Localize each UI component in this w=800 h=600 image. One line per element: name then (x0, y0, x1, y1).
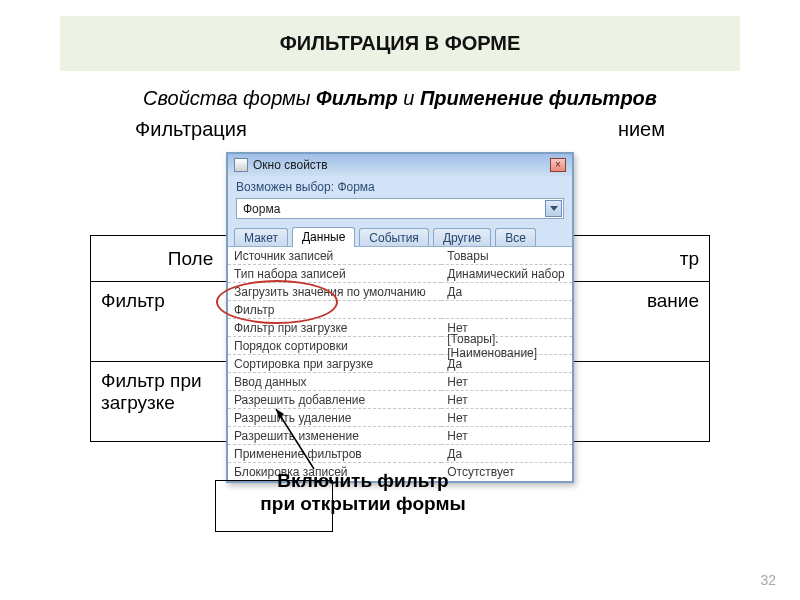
property-name: Фильтр при загрузке (228, 319, 441, 337)
property-value[interactable]: Нет (441, 409, 572, 427)
property-name: Ввод данных (228, 373, 441, 391)
property-value[interactable]: Нет (441, 427, 572, 445)
tab-events[interactable]: События (359, 228, 429, 246)
property-row[interactable]: Порядок сортировки[Товары].[Наименование… (228, 337, 572, 355)
property-name: Разрешить добавление (228, 391, 441, 409)
subtitle-line: Свойства формы Фильтр и Применение фильт… (0, 85, 800, 112)
slide-title: ФИЛЬТРАЦИЯ В ФОРМЕ (60, 16, 740, 71)
property-name: Тип набора записей (228, 265, 441, 283)
property-name: Порядок сортировки (228, 337, 441, 355)
property-value[interactable]: Да (441, 283, 572, 301)
property-name: Загрузить значения по умолчанию (228, 283, 441, 301)
tab-all[interactable]: Все (495, 228, 536, 246)
property-row[interactable]: Применение фильтровДа (228, 445, 572, 463)
property-name: Разрешить удаление (228, 409, 441, 427)
property-value[interactable]: Да (441, 355, 572, 373)
window-icon (234, 158, 248, 172)
property-row[interactable]: Источник записейТовары (228, 247, 572, 265)
property-value[interactable]: Нет (441, 373, 572, 391)
property-value[interactable]: Да (441, 445, 572, 463)
property-row[interactable]: Загрузить значения по умолчаниюДа (228, 283, 572, 301)
property-name: Применение фильтров (228, 445, 441, 463)
subtitle-line2: Фильтрация нием (0, 118, 800, 141)
window-title: Окно свойств (253, 158, 328, 172)
tab-other[interactable]: Другие (433, 228, 491, 246)
property-row[interactable]: Ввод данныхНет (228, 373, 572, 391)
tabs-bar: Макет Данные События Другие Все (228, 225, 572, 247)
property-value[interactable]: [Товары].[Наименование] (441, 337, 572, 355)
line2-post: нием (618, 118, 665, 140)
property-row[interactable]: Фильтр (228, 301, 572, 319)
subtitle-mid: и (398, 87, 420, 109)
property-name: Сортировка при загрузке (228, 355, 441, 373)
property-value[interactable]: Нет (441, 391, 572, 409)
property-name: Источник записей (228, 247, 441, 265)
selector-hint: Возможен выбор: Форма (228, 176, 572, 196)
property-row[interactable]: Разрешить изменениеНет (228, 427, 572, 445)
chevron-down-icon (550, 206, 558, 211)
property-value[interactable]: Динамический набор (441, 265, 572, 283)
property-row[interactable]: Тип набора записейДинамический набор (228, 265, 572, 283)
properties-window: Окно свойств × Возможен выбор: Форма Фор… (226, 152, 574, 483)
page-number: 32 (760, 572, 776, 588)
tab-data[interactable]: Данные (292, 227, 355, 247)
combo-value: Форма (243, 202, 280, 216)
object-selector-combo[interactable]: Форма (236, 198, 564, 219)
property-value[interactable]: Товары (441, 247, 572, 265)
property-name: Разрешить изменение (228, 427, 441, 445)
property-grid: Источник записейТоварыТип набора записей… (228, 247, 572, 481)
property-row[interactable]: Сортировка при загрузкеДа (228, 355, 572, 373)
subtitle-bold2: Применение фильтров (420, 87, 657, 109)
subtitle-pre: Свойства формы (143, 87, 316, 109)
close-button[interactable]: × (550, 158, 566, 172)
line2-pre: Фильтрация (135, 118, 247, 140)
tab-layout[interactable]: Макет (234, 228, 288, 246)
property-name: Фильтр (228, 301, 441, 319)
combo-dropdown-button[interactable] (545, 200, 562, 217)
property-row[interactable]: Разрешить добавлениеНет (228, 391, 572, 409)
subtitle-bold1: Фильтр (316, 87, 398, 109)
callout-text: Включить фильтр при открытии формы (258, 470, 468, 516)
window-titlebar[interactable]: Окно свойств × (228, 154, 572, 176)
property-row[interactable]: Разрешить удалениеНет (228, 409, 572, 427)
property-value[interactable] (441, 301, 572, 319)
